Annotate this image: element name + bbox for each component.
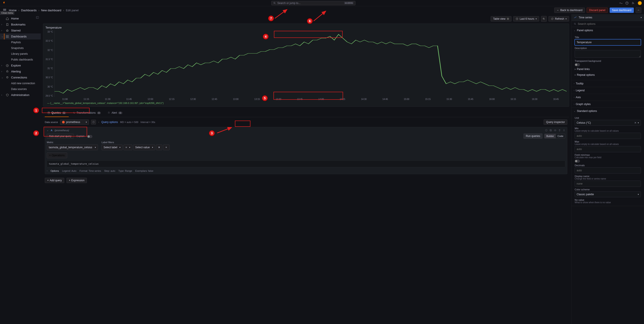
title-input[interactable] [575, 39, 641, 46]
help-icon[interactable]: ? [626, 2, 628, 5]
section-axis[interactable]: ›Axis [572, 94, 644, 100]
refresh-button[interactable]: Refresh▾ [548, 16, 569, 22]
query-delete-icon[interactable] [558, 129, 561, 132]
zoom-out-icon[interactable] [541, 16, 547, 22]
decimals-input[interactable] [575, 167, 641, 174]
search-icon [574, 22, 576, 25]
query-drag-icon[interactable] [563, 129, 565, 132]
ds-label: Data source [45, 121, 58, 124]
chart-panel: Temperature 33 °C32.5 °C32 °C31.5 °C31 °… [43, 24, 569, 107]
viz-picker[interactable]: Time series ▾ [572, 14, 644, 21]
section-panel-options[interactable]: ⌄Panel options [572, 27, 644, 34]
chart-plot[interactable] [54, 30, 567, 97]
operations-button[interactable]: + Operations [47, 152, 67, 158]
sidebar-item-explore[interactable]: › Explore [0, 62, 41, 68]
novalue-label: No value [575, 198, 641, 201]
value-select[interactable]: Select value▾ [133, 144, 155, 150]
search-kbd: ⌘ ctrl+k [344, 2, 354, 4]
expression-button[interactable]: + Expression [66, 178, 87, 183]
sidebar-item-admin[interactable]: › Administration [0, 92, 41, 98]
sidebar-item-snapshots[interactable]: Snapshots [0, 45, 41, 51]
global-search[interactable]: Search or jump to... ⌘ ctrl+k [271, 1, 356, 5]
sidebar-item-home[interactable]: Home [0, 16, 41, 22]
discard-button[interactable]: Discard panel [586, 8, 608, 13]
query-name[interactable]: A [51, 129, 52, 132]
breadcrumb: Home› Dashboards› New dashboard› Edit pa… [9, 9, 79, 12]
section-tooltip[interactable]: ›Tooltip [572, 80, 644, 87]
query-hint-icon[interactable] [545, 129, 548, 132]
add-filter-icon[interactable]: + [163, 144, 170, 150]
sidebar-item-bookmarks[interactable]: › Bookmarks [0, 22, 41, 28]
table-view-toggle[interactable]: Table view [491, 16, 512, 22]
options-search-input[interactable] [578, 22, 642, 26]
fieldminmax-toggle[interactable] [575, 160, 580, 163]
query-options-link[interactable]: Query options [101, 120, 118, 124]
grafana-logo-icon[interactable] [2, 1, 6, 5]
svg-text:?: ? [93, 122, 94, 123]
sidebar-item-connections[interactable]: ⌄ Connections [0, 74, 41, 80]
add-icon[interactable]: +▾ [620, 2, 622, 5]
plug-icon [6, 76, 9, 79]
sidebar-item-library[interactable]: Library panels [0, 51, 41, 57]
dispname-label: Display name [575, 175, 641, 178]
time-range-picker[interactable]: Last 6 hours▾ [513, 16, 539, 22]
explain-toggle[interactable] [87, 135, 92, 138]
sidebar-item-addconn[interactable]: Add new connection [0, 80, 41, 86]
max-hint: Leave empty to calculate based on all va… [575, 143, 641, 146]
desc-label: Description [575, 47, 641, 50]
query-row: ⌄ A (prometheus) Kick start your query E… [45, 127, 567, 174]
tab-transform[interactable]: Transformations0 [70, 109, 104, 117]
tab-queries[interactable]: Queries1 [45, 109, 69, 117]
section-legend[interactable]: ›Legend [572, 87, 644, 94]
user-avatar[interactable] [638, 1, 642, 5]
sidebar-item-starred[interactable]: › Starred [0, 28, 41, 34]
news-icon[interactable] [632, 2, 635, 5]
add-query-button[interactable]: + Add query [45, 178, 64, 183]
sidebar-item-dashboards[interactable]: ⌄ Dashboards [0, 34, 41, 40]
desc-input[interactable] [575, 50, 641, 58]
remove-filter-icon[interactable]: ✕ [156, 144, 162, 150]
svg-line-1 [275, 3, 276, 4]
dispname-input[interactable] [575, 180, 641, 187]
sidebar-item-public[interactable]: Public dashboards [0, 57, 41, 62]
query-inspector-button[interactable]: Query inspector [544, 120, 567, 125]
operator-select[interactable]: =▾ [124, 144, 132, 150]
section-standard[interactable]: ⌄Standard options [572, 108, 644, 114]
chevron-up-icon[interactable] [636, 7, 641, 13]
transparent-toggle[interactable] [575, 63, 580, 66]
crumb-newdash[interactable]: New dashboard [41, 9, 61, 12]
database-icon [48, 112, 50, 114]
chart-legend[interactable]: — {__name__="tasmota_global_temperature_… [47, 102, 567, 104]
back-button[interactable]: ← Back to dashboard [554, 8, 585, 13]
section-graphstyles[interactable]: ›Graph styles [572, 101, 644, 108]
metric-select[interactable]: tasmota_global_temperature_celsius▾ [47, 144, 98, 150]
opt-type: Type: Range [118, 170, 132, 172]
repeat-toggle[interactable]: ›Repeat options [575, 72, 641, 78]
label-select[interactable]: Select label▾ [102, 144, 122, 150]
svg-text:?: ? [626, 2, 628, 4]
y-axis: 33 °C32.5 °C32 °C31.5 °C31 °C30.5 °C30 °… [46, 30, 54, 97]
sidebar-item-alerting[interactable]: › Alerting [0, 68, 41, 74]
datasource-select[interactable]: prometheus ▾ [60, 120, 89, 125]
options-toggle[interactable]: Options [50, 170, 59, 172]
run-queries-button[interactable]: Run queries [524, 134, 543, 139]
unit-select[interactable]: Celsius (°C)✕▾ [575, 120, 641, 126]
svg-point-28 [564, 131, 564, 131]
mode-toggle[interactable]: Builder Code [544, 134, 565, 138]
colorscheme-select[interactable]: Classic palette▾ [575, 192, 641, 197]
save-button[interactable]: Save dashboard [610, 8, 634, 13]
sidebar-item-datasources[interactable]: Data sources [0, 86, 41, 92]
query-duplicate-icon[interactable] [549, 129, 552, 132]
query-toggle-icon[interactable] [554, 129, 556, 132]
svg-rect-6 [6, 35, 7, 36]
clear-unit-icon[interactable]: ✕ [634, 121, 636, 124]
panel-links-toggle[interactable]: ›Panel links [575, 66, 641, 72]
explain-label: Explain [76, 135, 84, 138]
tab-alert[interactable]: Alert0 [105, 109, 125, 117]
min-input[interactable] [575, 133, 641, 139]
kickstart-button[interactable]: Kick start your query [47, 134, 74, 138]
crumb-dashboards[interactable]: Dashboards [21, 9, 36, 12]
max-input[interactable] [575, 146, 641, 152]
ds-help-icon[interactable]: ? [91, 120, 96, 124]
sidebar-item-playlists[interactable]: Playlists [0, 40, 41, 45]
